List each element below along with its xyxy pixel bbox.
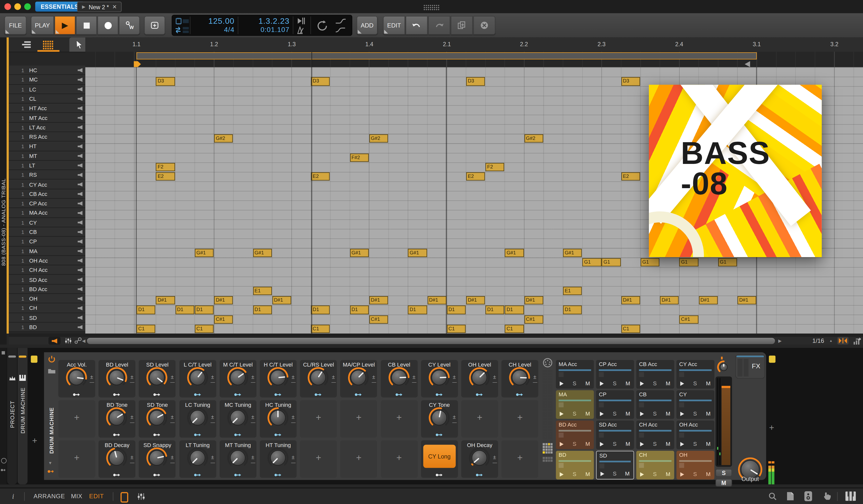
key-audition-speaker-icon[interactable] [78, 201, 83, 206]
snap-up-icon[interactable]: ▴ [830, 339, 832, 343]
midi-note[interactable]: E1 [253, 287, 272, 295]
modulation-route-icon[interactable] [395, 390, 403, 400]
midi-note[interactable]: G#2 [524, 135, 543, 143]
modulation-route-icon[interactable] [314, 390, 323, 400]
midi-note[interactable]: D1 [311, 306, 330, 314]
drum-pad-cb[interactable]: CB S M [636, 390, 674, 419]
metronome-icon[interactable] [297, 26, 305, 34]
pad-mute-button[interactable]: M [626, 441, 630, 447]
midi-note[interactable]: D1 [486, 306, 504, 314]
pad-mute-button[interactable]: M [585, 471, 590, 477]
pad-solo-button[interactable]: S [693, 471, 697, 477]
mini-pad-cell[interactable] [551, 440, 553, 442]
drum-key-row[interactable]: 1 CY [9, 218, 85, 227]
tempo-display[interactable]: 125.00 4/4 [190, 15, 238, 36]
pad-mute-button[interactable]: M [626, 380, 630, 386]
signal-flow-icon[interactable] [0, 468, 6, 472]
device-power-icon[interactable] [48, 356, 56, 363]
modulation-route-icon[interactable] [354, 390, 363, 400]
drum-key-row[interactable]: 1 SD [9, 313, 85, 322]
mini-pad-cell[interactable] [551, 392, 553, 394]
key-audition-speaker-icon[interactable] [78, 249, 83, 253]
plus-minus-icon[interactable]: ±― [452, 374, 456, 385]
device-color-chip[interactable] [31, 356, 37, 363]
close-window-button[interactable] [4, 3, 11, 10]
midi-note[interactable]: E2 [311, 173, 330, 181]
mini-pad-cell[interactable] [543, 443, 545, 445]
knob[interactable] [267, 367, 289, 391]
mini-pad-cell[interactable] [548, 398, 550, 400]
mini-pad-cell[interactable] [546, 417, 548, 420]
next-device-color-chip[interactable] [769, 356, 775, 363]
mini-pad-cell[interactable] [546, 431, 548, 434]
drum-key-row[interactable]: 1 MT [9, 151, 85, 161]
mini-pad-cell[interactable] [548, 431, 550, 434]
key-audition-speaker-icon[interactable] [78, 268, 83, 272]
empty-macro-slot[interactable]: + [461, 400, 498, 438]
midi-note[interactable]: E2 [156, 173, 175, 181]
mini-pad-cell[interactable] [543, 446, 545, 448]
drum-pad-bd[interactable]: BD S M [556, 451, 594, 479]
play-button[interactable]: ▶ [54, 16, 75, 35]
mixer-icon[interactable] [64, 337, 72, 344]
midi-note[interactable]: G#2 [369, 135, 388, 143]
mini-pad-cell[interactable] [543, 426, 545, 428]
mini-pad-cell[interactable] [546, 378, 548, 380]
drum-key-row[interactable]: 1 CH Acc [9, 265, 85, 275]
midi-note[interactable]: D3 [311, 77, 330, 86]
touch-icon[interactable] [822, 492, 831, 501]
add-device-plus[interactable]: + [31, 436, 38, 445]
knob[interactable] [106, 447, 128, 471]
pad-mute-button[interactable]: M [585, 441, 590, 447]
mini-pad-cell[interactable] [548, 423, 550, 426]
midi-note[interactable]: G#1 [505, 249, 524, 257]
mini-pad-cell[interactable] [546, 460, 548, 462]
mini-pad-cell[interactable] [546, 451, 548, 454]
drum-key-row[interactable]: 1 MA Acc [9, 208, 85, 218]
plus-minus-icon[interactable]: ±― [211, 374, 214, 385]
midi-note[interactable]: G#1 [195, 249, 214, 257]
empty-macro-slot[interactable]: + [380, 440, 417, 478]
modulation-route-icon[interactable] [153, 390, 161, 400]
pad-solo-button[interactable]: S [573, 471, 576, 477]
monitor-icon[interactable] [804, 491, 812, 502]
pad-solo-button[interactable]: S [693, 380, 697, 386]
mini-pad-cell[interactable] [543, 404, 545, 406]
mini-pad-cell[interactable] [546, 401, 548, 403]
midi-note[interactable]: C1 [447, 325, 466, 333]
mini-pad-cell[interactable] [548, 429, 550, 431]
mini-pad-cell[interactable] [543, 395, 545, 397]
delete-button[interactable] [473, 16, 495, 35]
modulation-route-icon[interactable] [113, 470, 121, 480]
pad-play-icon[interactable] [600, 471, 604, 476]
pad-play-icon[interactable] [680, 472, 684, 477]
plus-minus-icon[interactable]: ±― [211, 455, 214, 465]
pad-mute-button[interactable]: M [706, 471, 710, 477]
plus-minus-icon[interactable]: ±― [251, 455, 254, 465]
midi-note[interactable]: D#1 [427, 296, 446, 305]
mini-pad-cell[interactable] [548, 404, 550, 406]
edit-menu-button[interactable]: EDIT [383, 16, 405, 35]
modulation-route-icon[interactable] [193, 430, 202, 440]
drum-key-row[interactable]: 1 LT Acc [9, 123, 85, 132]
mini-pad-cell[interactable] [548, 434, 550, 437]
pad-play-icon[interactable] [560, 412, 563, 416]
tab-arrange[interactable]: ARRANGE [34, 493, 65, 499]
midi-note[interactable]: D#1 [699, 296, 718, 305]
pad-solo-button[interactable]: S [653, 471, 657, 477]
mini-pad-cell[interactable] [548, 378, 550, 380]
pad-solo-button[interactable]: S [573, 380, 576, 386]
mini-pad-cell[interactable] [546, 384, 548, 386]
midi-note[interactable]: D3 [466, 77, 485, 86]
modulation-route-icon[interactable] [475, 470, 484, 480]
link-icon[interactable] [74, 337, 82, 344]
drum-key-row[interactable]: 1 SD Acc [9, 275, 85, 285]
midi-note[interactable]: C1 [195, 325, 214, 333]
position-display[interactable]: 1.3.2.23 0:01.107 [238, 15, 293, 36]
mini-pad-cell[interactable] [543, 378, 545, 380]
key-audition-speaker-icon[interactable] [78, 154, 83, 158]
mini-pad-cell[interactable] [551, 423, 553, 426]
mini-pad-cell[interactable] [546, 387, 548, 389]
play-menu-button[interactable]: PLAY [31, 16, 54, 35]
mini-pad-cell[interactable] [548, 426, 550, 428]
